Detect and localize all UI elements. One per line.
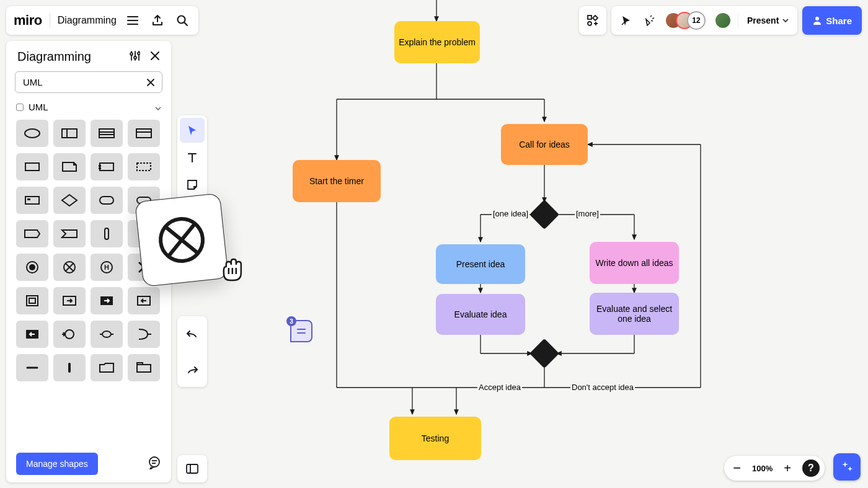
decision-diamond-2[interactable] [529, 339, 559, 368]
shape-minus[interactable] [16, 354, 48, 381]
svg-rect-87 [137, 365, 151, 372]
svg-point-39 [134, 56, 136, 59]
svg-point-32 [588, 22, 591, 25]
sticky-note-tool[interactable] [180, 172, 205, 197]
help-button[interactable]: ? [802, 459, 820, 477]
shape-signal-receive[interactable] [53, 220, 86, 247]
shape-circle-dot[interactable] [16, 254, 48, 281]
node-present-idea[interactable]: Present idea [436, 244, 525, 284]
shape-note[interactable] [53, 153, 86, 180]
label-one-idea: [one idea] [492, 209, 529, 218]
reactions-icon[interactable] [641, 12, 658, 29]
shape-decision-small[interactable] [53, 187, 86, 214]
feedback-icon[interactable] [148, 456, 161, 472]
redo-button[interactable] [180, 357, 205, 382]
node-write-down-ideas[interactable]: Write down all ideas [590, 242, 679, 284]
zoom-out-button[interactable]: − [729, 460, 745, 476]
shape-class[interactable] [128, 120, 160, 147]
collapse-panel-button[interactable] [177, 455, 207, 482]
label-more: [more] [575, 209, 600, 218]
svg-rect-51 [136, 129, 151, 138]
search-icon[interactable] [174, 12, 191, 29]
shape-square-arrow-in[interactable] [128, 287, 160, 314]
shape-ellipse[interactable] [16, 120, 48, 147]
shape-component[interactable] [91, 120, 123, 147]
select-tool[interactable] [180, 118, 205, 143]
divider [738, 13, 738, 28]
zoom-level[interactable]: 100% [752, 464, 773, 473]
svg-rect-60 [100, 197, 113, 204]
shape-signal-send[interactable] [16, 220, 48, 247]
avatar-me[interactable] [714, 12, 732, 29]
shape-circle-x[interactable] [53, 254, 86, 281]
svg-rect-55 [99, 165, 101, 167]
shape-interface[interactable] [53, 120, 86, 147]
board-name[interactable]: Diagramming [58, 15, 117, 26]
node-explain-problem[interactable]: Explain the problem [394, 21, 480, 63]
shape-square-fill-arrow[interactable] [16, 321, 48, 348]
chevron-down-icon [782, 19, 789, 22]
comment-bubble[interactable]: 3 [290, 320, 312, 342]
pointer-icon[interactable] [618, 12, 635, 29]
hamburger-menu-icon[interactable] [124, 12, 141, 29]
node-testing[interactable]: Testing [389, 417, 481, 460]
panel-title: Diagramming [17, 50, 91, 64]
svg-rect-62 [105, 228, 108, 239]
shape-circle-h[interactable]: H [91, 254, 123, 281]
miro-logo[interactable]: miro [14, 12, 42, 29]
svg-rect-59 [27, 198, 30, 200]
ai-assist-button[interactable] [833, 453, 861, 481]
present-label: Present [747, 16, 779, 25]
svg-point-89 [149, 457, 159, 467]
svg-point-38 [130, 53, 133, 55]
decision-diamond-1[interactable] [529, 200, 559, 229]
shape-action[interactable] [16, 187, 48, 214]
share-button[interactable]: Share [802, 6, 862, 35]
clear-search-icon[interactable] [147, 79, 154, 86]
svg-rect-86 [68, 363, 71, 373]
svg-point-34 [815, 17, 819, 20]
shape-rounded[interactable] [91, 187, 123, 214]
shape-receive-signal[interactable] [128, 321, 160, 348]
svg-rect-46 [62, 129, 77, 138]
text-tool[interactable] [180, 145, 205, 170]
top-right-controls: 12 Present Share [579, 6, 862, 35]
apps-button[interactable] [579, 6, 606, 35]
zoom-in-button[interactable]: + [780, 461, 795, 476]
svg-rect-48 [99, 129, 114, 138]
node-call-for-ideas[interactable]: Call for ideas [501, 124, 588, 165]
shape-bar-v[interactable] [91, 220, 123, 247]
label-accept: Accept idea [477, 383, 522, 392]
shape-folder[interactable] [91, 354, 123, 381]
node-evaluate-select[interactable]: Evaluate and select one idea [590, 293, 679, 335]
zoom-controls: − 100% + ? [724, 456, 825, 481]
shape-bar-short[interactable] [53, 354, 86, 381]
undo-button[interactable] [180, 321, 205, 346]
label-dont-accept: Don't accept idea [570, 383, 635, 392]
shape-square[interactable] [16, 287, 48, 314]
shape-square-arrow-out[interactable] [53, 287, 86, 314]
avatar-count[interactable]: 12 [687, 11, 706, 30]
dragged-shape-preview[interactable] [135, 193, 229, 287]
settings-icon[interactable] [129, 50, 140, 64]
shape-container[interactable] [91, 153, 123, 180]
close-icon[interactable] [150, 51, 160, 63]
top-left-toolbar: miro Diagramming [6, 6, 198, 35]
node-evaluate-idea[interactable]: Evaluate idea [436, 294, 525, 335]
shape-dashed-rect[interactable] [128, 153, 160, 180]
export-icon[interactable] [149, 12, 166, 29]
category-uml[interactable]: UML [6, 99, 171, 117]
shape-square-arrow-fill[interactable] [91, 287, 123, 314]
svg-rect-53 [25, 163, 39, 171]
search-input[interactable]: UML [15, 71, 162, 93]
shape-package[interactable] [128, 354, 160, 381]
present-button[interactable]: Present [745, 16, 791, 25]
shape-oval-h[interactable] [91, 321, 123, 348]
svg-rect-31 [588, 16, 591, 19]
shape-connector[interactable] [53, 321, 86, 348]
svg-rect-56 [99, 167, 101, 169]
chevron-down-icon [155, 102, 161, 112]
shape-rect[interactable] [16, 153, 48, 180]
node-start-timer[interactable]: Start the timer [293, 160, 381, 202]
manage-shapes-button[interactable]: Manage shapes [16, 453, 98, 475]
